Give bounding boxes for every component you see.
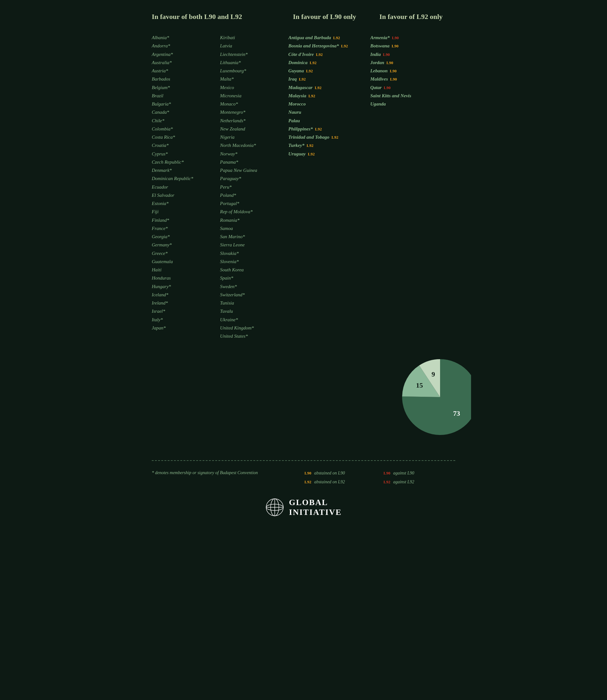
footer-section: * denotes membership or signatory of Bud…	[152, 471, 455, 485]
country-both: Chile*	[152, 116, 220, 125]
country-both: Italy*	[152, 315, 220, 324]
country-both: Honduras	[152, 274, 220, 282]
country-both: Albania*	[152, 34, 220, 42]
country-both: Guatemala	[152, 258, 220, 266]
country-l92: Qatar L90	[370, 83, 455, 92]
country-both: Liechtenstein*	[220, 50, 288, 59]
country-l90: Morocco	[288, 100, 370, 108]
country-both: Austria*	[152, 67, 220, 75]
separator	[152, 460, 455, 461]
main-content: Albania*Andorra*Argentina*Australia*Aust…	[152, 34, 455, 340]
country-both: Argentina*	[152, 50, 220, 59]
country-both: Tunisia	[220, 299, 288, 307]
country-both: Tuvalu	[220, 307, 288, 315]
country-both: Fiji	[152, 207, 220, 216]
country-l92: Lebanon L90	[370, 67, 455, 75]
country-l90: Dominica L92	[288, 59, 370, 67]
country-both: France*	[152, 224, 220, 233]
country-both: Lithuania*	[220, 59, 288, 67]
country-both: Spain*	[220, 274, 288, 282]
country-both: Poland*	[220, 191, 288, 199]
logo-section: GLOBAL INITIATIVE	[152, 498, 455, 517]
country-both: Switzerland*	[220, 291, 288, 299]
country-both: Samoa	[220, 224, 288, 233]
country-l90: Bosnia and Herzegovina* L92	[288, 42, 370, 50]
country-both: Andorra*	[152, 42, 220, 50]
country-both: Japan*	[152, 324, 220, 332]
legend-text: abstained on L92	[314, 480, 345, 485]
header-both: In favour of both L90 and L92	[152, 13, 288, 21]
country-both: Sierra Leone	[220, 241, 288, 249]
header-l92: In favour of L92 only	[379, 13, 455, 21]
country-both: South Korea	[220, 266, 288, 274]
country-both: Peru*	[220, 183, 288, 191]
country-l90: Nauru	[288, 108, 370, 116]
country-both: Slovakia*	[220, 249, 288, 258]
legend-item: L92 against L92	[382, 479, 455, 485]
legend-text: abstained on L90	[314, 471, 345, 476]
logo-text: GLOBAL INITIATIVE	[289, 498, 342, 517]
legend-item: L90 against L90	[382, 471, 455, 476]
country-both: Iceland*	[152, 291, 220, 299]
country-both: Finland*	[152, 216, 220, 224]
country-both: Monaco*	[220, 100, 288, 108]
country-both: Luxembourg*	[220, 67, 288, 75]
legend-badge: L92	[382, 479, 391, 485]
country-both: Colombia*	[152, 125, 220, 133]
country-l92: Botswana L90	[370, 42, 455, 50]
country-both: Mexico	[220, 83, 288, 92]
legend-item: L90 abstained on L90	[304, 471, 376, 476]
country-l92: Armenia* L90	[370, 34, 455, 42]
legend-section: L90 abstained on L90L90 against L90L92 a…	[304, 471, 455, 485]
country-both: Greece*	[152, 249, 220, 258]
footer-note: * denotes membership or signatory of Bud…	[152, 471, 288, 475]
country-l90: Uruguay L92	[288, 150, 370, 158]
country-both: Romania*	[220, 216, 288, 224]
country-l90: Malaysia L92	[288, 92, 370, 100]
country-l90: Philippines* L92	[288, 125, 370, 133]
country-l90: Iraq L92	[288, 75, 370, 83]
country-both: Denmark*	[152, 166, 220, 174]
country-l92: India L90	[370, 50, 455, 59]
country-both: Sweden*	[220, 282, 288, 291]
pie-chart: 73159	[390, 350, 471, 444]
country-l90: Turkey* L92	[288, 141, 370, 149]
country-both: Croatia*	[152, 141, 220, 149]
country-both: San Marino*	[220, 233, 288, 241]
country-both: Germany*	[152, 241, 220, 249]
col-both-right: KiribatiLatviaLiechtenstein*Lithuania*Lu…	[220, 34, 288, 340]
country-both: Ukraine*	[220, 315, 288, 324]
country-l90: Côte d'Ivoire L92	[288, 50, 370, 59]
country-both: Ecuador	[152, 183, 220, 191]
pie-container: 73159	[390, 350, 471, 444]
country-both: Czech Republic*	[152, 158, 220, 166]
country-both: Georgia*	[152, 233, 220, 241]
country-both: Papua New Guinea	[220, 166, 288, 174]
country-both: Malta*	[220, 75, 288, 83]
country-both: Ireland*	[152, 299, 220, 307]
legend-text: against L90	[393, 471, 415, 476]
country-l92: Uganda	[370, 100, 455, 108]
country-l90: Palau	[288, 116, 370, 125]
header-row: In favour of both L90 and L92 In favour …	[152, 13, 455, 21]
country-both: Portugal*	[220, 199, 288, 207]
country-both: Norway*	[220, 150, 288, 158]
country-both: Panama*	[220, 158, 288, 166]
country-both: Canada*	[152, 108, 220, 116]
country-both: Montenegro*	[220, 108, 288, 116]
country-both: United Kingdom*	[220, 324, 288, 332]
country-both: Nigeria	[220, 133, 288, 141]
pie-label: 9	[432, 370, 435, 378]
country-both: Hungary*	[152, 282, 220, 291]
country-both: Barbados	[152, 75, 220, 83]
country-both: Brazil	[152, 92, 220, 100]
country-both: Latvia	[220, 42, 288, 50]
country-both: Rep of Moldova*	[220, 207, 288, 216]
country-both: Bulgaria*	[152, 100, 220, 108]
country-both: Australia*	[152, 59, 220, 67]
country-both: Belgium*	[152, 83, 220, 92]
country-l90: Madagascar L92	[288, 83, 370, 92]
legend-badge: L90	[304, 471, 312, 476]
col-both-left: Albania*Andorra*Argentina*Australia*Aust…	[152, 34, 220, 340]
pie-label: 73	[453, 409, 460, 417]
